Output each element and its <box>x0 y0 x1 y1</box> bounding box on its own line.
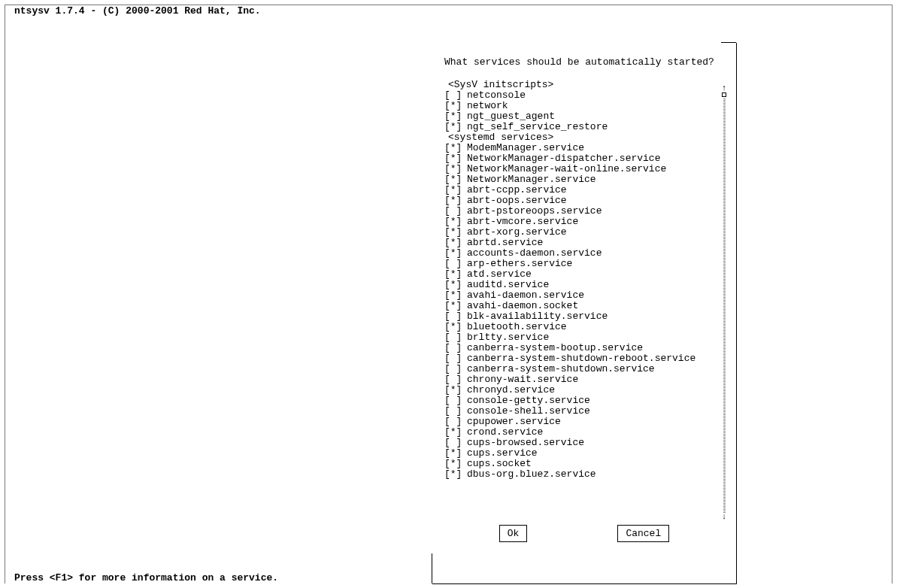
service-name: abrt-ccpp.service <box>467 185 567 195</box>
service-row[interactable]: [*]abrt-ccpp.service <box>444 185 729 195</box>
footer-hint: Press <F1> for more information on a ser… <box>13 572 280 583</box>
service-checkbox[interactable]: [*] <box>444 448 467 459</box>
service-name: chrony-wait.service <box>467 374 578 385</box>
service-name: dbus-org.bluez.service <box>467 469 596 480</box>
scrollbar[interactable]: ↑ ↓ <box>721 84 727 520</box>
service-checkbox[interactable]: [*] <box>444 385 467 396</box>
dialog-buttons: Ok Cancel <box>432 525 736 542</box>
service-checkbox[interactable]: [ ] <box>444 343 467 353</box>
service-row[interactable]: [ ]console-getty.service <box>444 396 729 406</box>
service-checkbox[interactable]: [*] <box>444 280 467 290</box>
service-checkbox[interactable]: [ ] <box>444 90 467 101</box>
service-name: console-getty.service <box>467 396 590 406</box>
service-name: avahi-daemon.service <box>467 290 584 301</box>
scroll-thumb[interactable] <box>722 92 726 97</box>
service-row[interactable]: [*]abrt-oops.service <box>444 195 729 206</box>
service-checkbox[interactable]: [ ] <box>444 353 467 364</box>
service-row[interactable]: [*]cups.socket <box>444 459 729 469</box>
service-row[interactable]: [ ]arp-ethers.service <box>444 259 729 269</box>
dialog-prompt: What services should be automatically st… <box>444 56 729 68</box>
service-row[interactable]: [*]cups.service <box>444 448 729 459</box>
service-row[interactable]: [*]NetworkManager-wait-online.service <box>444 164 729 174</box>
service-checkbox[interactable]: [*] <box>444 290 467 301</box>
service-row[interactable]: [*]abrtd.service <box>444 238 729 248</box>
service-name: accounts-daemon.service <box>467 248 602 259</box>
service-checkbox[interactable]: [*] <box>444 164 467 174</box>
service-checkbox[interactable]: [ ] <box>444 396 467 406</box>
service-row[interactable]: [*]network <box>444 101 729 111</box>
service-row[interactable]: [*]NetworkManager.service <box>444 174 729 185</box>
cancel-button[interactable]: Cancel <box>617 525 669 542</box>
service-checkbox[interactable]: [ ] <box>444 417 467 427</box>
service-row[interactable]: [ ]canberra-system-shutdown.service <box>444 364 729 374</box>
service-row[interactable]: [*]bluetooth.service <box>444 322 729 332</box>
service-row[interactable]: [*]atd.service <box>444 269 729 280</box>
service-row[interactable]: [*]chronyd.service <box>444 385 729 396</box>
service-name: canberra-system-shutdown-reboot.service <box>467 353 695 364</box>
service-checkbox[interactable]: [*] <box>444 185 467 195</box>
service-checkbox[interactable]: [ ] <box>444 406 467 417</box>
service-name: ModemManager.service <box>467 143 584 153</box>
service-row[interactable]: [*]auditd.service <box>444 280 729 290</box>
service-row[interactable]: [ ]cpupower.service <box>444 417 729 427</box>
service-row[interactable]: [*]avahi-daemon.service <box>444 290 729 301</box>
service-checkbox[interactable]: [*] <box>444 101 467 111</box>
service-row[interactable]: [*]abrt-vmcore.service <box>444 217 729 227</box>
service-row[interactable]: [*]ngt_self_service_restore <box>444 122 729 132</box>
service-row[interactable]: [*]ModemManager.service <box>444 143 729 153</box>
service-checkbox[interactable]: [ ] <box>444 438 467 448</box>
service-name: canberra-system-shutdown.service <box>467 364 655 374</box>
service-checkbox[interactable]: [ ] <box>444 311 467 322</box>
service-row[interactable]: [ ]blk-availability.service <box>444 311 729 322</box>
service-name: NetworkManager-wait-online.service <box>467 164 666 174</box>
service-row[interactable]: [ ]netconsole <box>444 90 729 101</box>
service-row[interactable]: [ ]chrony-wait.service <box>444 374 729 385</box>
service-checkbox[interactable]: [*] <box>444 269 467 280</box>
service-checkbox[interactable]: [*] <box>444 238 467 248</box>
service-checkbox[interactable]: [*] <box>444 153 467 164</box>
service-checkbox[interactable]: [*] <box>444 248 467 259</box>
service-checkbox[interactable]: [*] <box>444 143 467 153</box>
service-checkbox[interactable]: [ ] <box>444 259 467 269</box>
service-row[interactable]: [ ]canberra-system-bootup.service <box>444 343 729 353</box>
service-row[interactable]: [*]accounts-daemon.service <box>444 248 729 259</box>
service-checkbox[interactable]: [ ] <box>444 364 467 374</box>
service-checkbox[interactable]: [ ] <box>444 206 467 217</box>
service-row[interactable]: [*]ngt_guest_agent <box>444 111 729 122</box>
service-name: cups.socket <box>467 459 532 469</box>
service-row[interactable]: [ ]canberra-system-shutdown-reboot.servi… <box>444 353 729 364</box>
service-row[interactable]: [ ]brltty.service <box>444 332 729 343</box>
scroll-track[interactable] <box>723 98 726 513</box>
service-checkbox[interactable]: [*] <box>444 322 467 332</box>
scroll-down-icon[interactable]: ↓ <box>722 513 727 520</box>
service-checkbox[interactable]: [*] <box>444 217 467 227</box>
service-row[interactable]: [ ]console-shell.service <box>444 406 729 417</box>
service-checkbox[interactable]: [*] <box>444 469 467 480</box>
service-checkbox[interactable]: [ ] <box>444 332 467 343</box>
service-checkbox[interactable]: [*] <box>444 301 467 311</box>
service-name: chronyd.service <box>467 385 555 396</box>
service-checkbox[interactable]: [*] <box>444 227 467 238</box>
service-checkbox[interactable]: [*] <box>444 111 467 122</box>
ok-button[interactable]: Ok <box>499 525 528 542</box>
service-checkbox[interactable]: [*] <box>444 174 467 185</box>
service-row[interactable]: [*]NetworkManager-dispatcher.service <box>444 153 729 164</box>
service-group-header: <systemd services> <box>444 132 729 143</box>
service-row[interactable]: [*]abrt-xorg.service <box>444 227 729 238</box>
service-row[interactable]: [*]dbus-org.bluez.service <box>444 469 729 480</box>
service-checkbox[interactable]: [*] <box>444 122 467 132</box>
service-checkbox[interactable]: [*] <box>444 195 467 206</box>
service-list[interactable]: <SysV initscripts>[ ]netconsole[*]networ… <box>444 80 729 480</box>
service-name: ngt_guest_agent <box>467 111 555 122</box>
service-row[interactable]: [ ]cups-browsed.service <box>444 438 729 448</box>
service-name: avahi-daemon.socket <box>467 301 578 311</box>
service-checkbox[interactable]: [*] <box>444 459 467 469</box>
service-checkbox[interactable]: [ ] <box>444 374 467 385</box>
service-row[interactable]: [*]crond.service <box>444 427 729 438</box>
service-row[interactable]: [ ]abrt-pstoreoops.service <box>444 206 729 217</box>
app-title: ntsysv 1.7.4 - (C) 2000-2001 Red Hat, In… <box>13 5 262 17</box>
service-name: abrtd.service <box>467 238 543 248</box>
scroll-up-icon[interactable]: ↑ <box>722 84 727 92</box>
service-row[interactable]: [*]avahi-daemon.socket <box>444 301 729 311</box>
service-checkbox[interactable]: [*] <box>444 427 467 438</box>
